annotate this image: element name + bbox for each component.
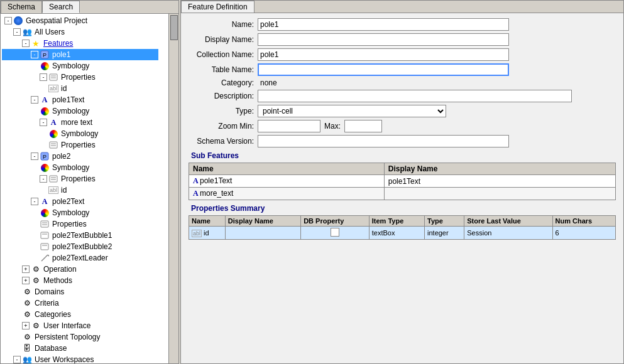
tree-node-properties-mt[interactable]: Properties xyxy=(2,139,158,151)
tree-node-geospatial[interactable]: - Geospatial Project xyxy=(2,15,158,26)
name-input[interactable] xyxy=(258,18,509,31)
category-label: Category: xyxy=(189,78,258,87)
collection-name-input[interactable] xyxy=(258,48,509,61)
sub-col-display: Display Name xyxy=(384,163,615,175)
expand-properties1[interactable]: - xyxy=(40,73,47,81)
tree-node-criteria[interactable]: ⚙ Criteria xyxy=(2,297,158,309)
criteria-icon: ⚙ xyxy=(22,298,32,308)
props-col-name: Name xyxy=(189,216,226,227)
tree-node-id1[interactable]: abl id xyxy=(2,83,158,94)
methods-icon: ⚙ xyxy=(31,276,41,286)
tree-node-bubble2[interactable]: pole2TextBubble2 xyxy=(2,241,158,252)
expand-properties2[interactable]: - xyxy=(40,175,47,183)
sub-name-1: A pole1Text xyxy=(189,175,385,188)
props-col-display: Display Name xyxy=(225,216,300,227)
leader-icon xyxy=(40,253,50,263)
node-label-symbology-mt: Symbology xyxy=(61,129,98,138)
tree-node-operation[interactable]: + ⚙ Operation xyxy=(2,264,158,275)
expand-user-interface[interactable]: + xyxy=(22,322,30,329)
display-name-input[interactable] xyxy=(258,33,509,46)
tree-node-symbology1t[interactable]: Symbology xyxy=(2,105,158,117)
description-input[interactable] xyxy=(258,90,572,102)
node-label-user-workspaces: User Workspaces xyxy=(35,355,94,363)
props-icon-2 xyxy=(48,174,58,184)
tree-node-pole1[interactable]: - P pole1 xyxy=(2,49,158,60)
tree-node-pole1text[interactable]: - A pole1Text xyxy=(2,94,158,105)
tree-node-leader[interactable]: pole2TextLeader xyxy=(2,252,158,264)
category-row: Category: none xyxy=(189,78,616,87)
expand-pole1text[interactable]: - xyxy=(31,96,38,104)
tree-node-properties1[interactable]: - Properties xyxy=(2,72,158,83)
tree-node-properties2[interactable]: - Properties xyxy=(2,173,158,185)
tree-node-symbology2t[interactable]: Symbology xyxy=(2,207,158,218)
star-icon: ★ xyxy=(31,38,41,48)
expand-pole2text[interactable]: - xyxy=(31,198,38,205)
expand-methods[interactable]: + xyxy=(22,277,30,284)
expand-user-workspaces[interactable]: - xyxy=(13,356,21,363)
svg-rect-13 xyxy=(41,221,48,227)
svg-rect-16 xyxy=(41,232,48,238)
table-name-label: Table Name: xyxy=(189,65,258,74)
tree-node-properties2t[interactable]: Properties xyxy=(2,218,158,230)
scrollbar-thumb[interactable] xyxy=(170,15,178,40)
table-name-input[interactable] xyxy=(258,63,509,76)
props-display-1 xyxy=(225,227,300,240)
zoom-max-label: Max: xyxy=(324,122,341,131)
tree-node-bubble1[interactable]: pole2TextBubble1 xyxy=(2,230,158,241)
tree-node-features[interactable]: - ★ Features xyxy=(2,38,158,49)
display-name-label: Display Name: xyxy=(189,35,258,44)
expand-geospatial[interactable]: - xyxy=(4,17,12,24)
tree-node-pole2text[interactable]: - A pole2Text xyxy=(2,196,158,207)
tree-node-methods[interactable]: + ⚙ Methods xyxy=(2,275,158,286)
tree-node-id2[interactable]: abl id xyxy=(2,185,158,196)
tree-node-user-interface[interactable]: + ⚙ User Interface xyxy=(2,320,158,331)
ball-icon-2 xyxy=(40,163,50,173)
expand-more-text[interactable]: - xyxy=(40,119,47,126)
tree-node-database[interactable]: 🗄 Database xyxy=(2,343,158,354)
type-select[interactable]: point-cell xyxy=(258,105,446,117)
domains-icon: ⚙ xyxy=(22,287,32,297)
tree-node-symbology2[interactable]: Symbology xyxy=(2,162,158,173)
properties-table: Name Display Name DB Property Item Type … xyxy=(189,215,616,240)
tree-node-categories[interactable]: ⚙ Categories xyxy=(2,309,158,320)
expand-pole2[interactable]: - xyxy=(31,153,38,160)
database-icon: 🗄 xyxy=(22,343,32,353)
db-property-checkbox[interactable] xyxy=(331,228,339,237)
svg-rect-10 xyxy=(50,176,57,182)
tree-node-user-workspaces[interactable]: - 👥 User Workspaces xyxy=(2,354,158,363)
schema-version-input[interactable] xyxy=(258,135,509,147)
tree-node-domains[interactable]: ⚙ Domains xyxy=(2,286,158,297)
svg-rect-5 xyxy=(50,142,57,148)
tab-schema[interactable]: Schema xyxy=(1,1,42,13)
expand-pole1[interactable]: - xyxy=(31,51,38,58)
tree-node-more-text[interactable]: - A more text xyxy=(2,117,158,128)
props-db-1 xyxy=(301,227,369,240)
tree-scrollbar[interactable] xyxy=(168,14,178,363)
tree-node-all-users[interactable]: - 👥 All Users xyxy=(2,26,158,38)
node-label-pole2: pole2 xyxy=(52,152,70,161)
form-area: Name: Display Name: Collection Name: xyxy=(181,13,623,245)
zoom-max-input[interactable] xyxy=(344,120,382,132)
description-label: Description: xyxy=(189,92,258,100)
sub-textA-icon-1: A xyxy=(193,176,200,185)
tree-node-persistent-topology[interactable]: ⚙ Persistent Topology xyxy=(2,331,158,343)
right-tab-bar: Feature Definition xyxy=(181,1,623,13)
zoom-min-input[interactable] xyxy=(258,120,320,132)
tab-feature-definition[interactable]: Feature Definition xyxy=(181,1,255,13)
tree-node-symbology-mt[interactable]: Symbology xyxy=(2,128,158,139)
svg-text:P: P xyxy=(43,154,47,160)
node-label-symbology1: Symbology xyxy=(52,62,89,70)
expand-features[interactable]: - xyxy=(22,40,30,47)
sub-features-header: Sub Features xyxy=(189,151,616,160)
node-label-properties2: Properties xyxy=(61,174,96,183)
tree-node-symbology1[interactable]: Symbology xyxy=(2,60,158,72)
expand-all-users[interactable]: - xyxy=(13,28,21,36)
tab-search[interactable]: Search xyxy=(42,1,80,13)
tree-node-pole2[interactable]: - P pole2 xyxy=(2,151,158,162)
collection-name-label: Collection Name: xyxy=(189,50,258,59)
expand-operation[interactable]: + xyxy=(22,265,30,273)
sub-display-1: pole1Text xyxy=(384,175,615,188)
props-store-1: Session xyxy=(464,227,552,240)
table-name-row: Table Name: xyxy=(189,63,616,76)
props-item-type-1: textBox xyxy=(369,227,424,240)
